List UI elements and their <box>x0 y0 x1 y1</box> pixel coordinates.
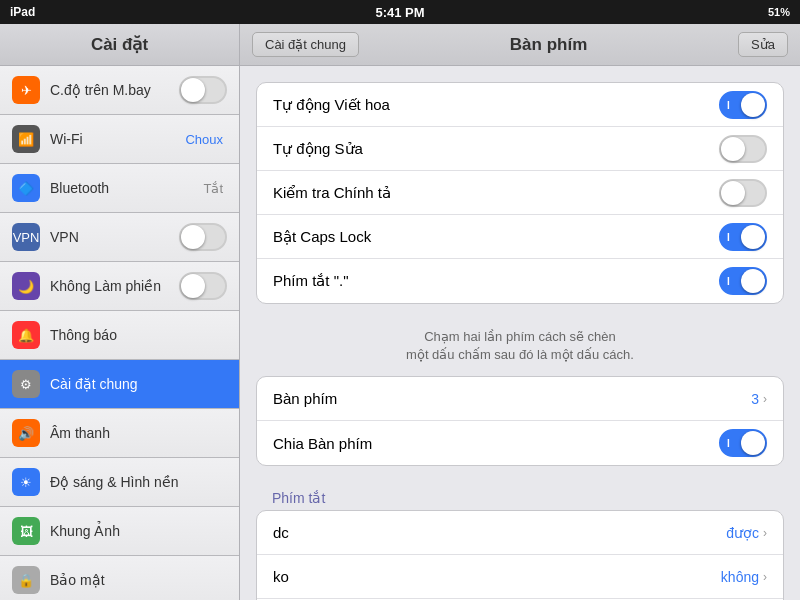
row-toggle[interactable]: I <box>719 91 767 119</box>
settings-groups-container: Tự động Viết hoaITự động SửaIKiểm tra Ch… <box>256 82 784 600</box>
airplane-icon: ✈ <box>12 76 40 104</box>
battery-percent: 51% <box>768 6 790 18</box>
sidebar-item-airplane[interactable]: ✈C.độ trên M.bayI <box>0 66 239 115</box>
row-label: dc <box>273 524 726 541</box>
row-label: Kiểm tra Chính tả <box>273 184 719 202</box>
general-label: Cài đặt chung <box>50 376 227 392</box>
settings-row: Bật Caps LockI <box>257 215 783 259</box>
chevron-right-icon: › <box>763 392 767 406</box>
bluetooth-icon: 🔷 <box>12 174 40 202</box>
row-value: được <box>726 525 759 541</box>
security-icon: 🔒 <box>12 566 40 594</box>
row-label: ko <box>273 568 721 585</box>
row-label: Tự động Viết hoa <box>273 96 719 114</box>
airplane-toggle[interactable]: I <box>179 76 227 104</box>
photo-label: Khung Ảnh <box>50 523 227 539</box>
sidebar-item-security[interactable]: 🔒Bảo mật <box>0 556 239 600</box>
wifi-value: Choux <box>185 132 223 147</box>
sound-icon: 🔊 <box>12 419 40 447</box>
dnd-label: Không Làm phiền <box>50 278 179 294</box>
row-toggle[interactable]: I <box>719 179 767 207</box>
row-toggle[interactable]: I <box>719 223 767 251</box>
sound-label: Âm thanh <box>50 425 227 441</box>
settings-row: Kiểm tra Chính tảI <box>257 171 783 215</box>
row-label: Tự động Sửa <box>273 140 719 158</box>
row-label: Chia Bàn phím <box>273 435 719 452</box>
chevron-right-icon: › <box>763 570 767 584</box>
settings-group-group2: Bàn phím3›Chia Bàn phímI <box>256 376 784 466</box>
wifi-label: Wi-Fi <box>50 131 185 147</box>
vpn-toggle[interactable]: I <box>179 223 227 251</box>
settings-note: Chạm hai lần phím cách sẽ chènmột dấu ch… <box>256 320 784 376</box>
sidebar: Cài đặt ✈C.độ trên M.bayI📶Wi-FiChoux🔷Blu… <box>0 24 240 600</box>
settings-row: Phím tắt "."I <box>257 259 783 303</box>
settings-row: Chia Bàn phímI <box>257 421 783 465</box>
status-bar: iPad 5:41 PM 51% <box>0 0 800 24</box>
sidebar-item-dnd[interactable]: 🌙Không Làm phiềnI <box>0 262 239 311</box>
row-toggle[interactable]: I <box>719 429 767 457</box>
sidebar-item-notifications[interactable]: 🔔Thông báo <box>0 311 239 360</box>
bluetooth-label: Bluetooth <box>50 180 203 196</box>
sidebar-item-photo[interactable]: 🖼Khung Ảnh <box>0 507 239 556</box>
status-right: 51% <box>768 6 790 18</box>
row-label: Bật Caps Lock <box>273 228 719 246</box>
sidebar-header: Cài đặt <box>0 24 239 66</box>
brightness-icon: ☀ <box>12 468 40 496</box>
security-label: Bảo mật <box>50 572 227 588</box>
vpn-label: VPN <box>50 229 179 245</box>
settings-row: Tự động Viết hoaI <box>257 83 783 127</box>
brightness-label: Độ sáng & Hình nền <box>50 474 227 490</box>
settings-row[interactable]: dcđược› <box>257 511 783 555</box>
breadcrumb-button[interactable]: Cài đặt chung <box>252 32 359 57</box>
wifi-icon: 📶 <box>12 125 40 153</box>
sidebar-item-wifi[interactable]: 📶Wi-FiChoux <box>0 115 239 164</box>
main-container: Cài đặt ✈C.độ trên M.bayI📶Wi-FiChoux🔷Blu… <box>0 24 800 600</box>
row-value: 3 <box>751 391 759 407</box>
settings-row[interactable]: kokhông› <box>257 555 783 599</box>
row-label: Bàn phím <box>273 390 751 407</box>
general-icon: ⚙ <box>12 370 40 398</box>
row-toggle[interactable]: I <box>719 267 767 295</box>
settings-group-group3: dcđược›kokhông›ngngười›omwTôi đang đến› <box>256 510 784 600</box>
status-left: iPad <box>10 5 35 19</box>
airplane-label: C.độ trên M.bay <box>50 82 179 98</box>
notifications-label: Thông báo <box>50 327 227 343</box>
edit-button[interactable]: Sửa <box>738 32 788 57</box>
sidebar-item-sound[interactable]: 🔊Âm thanh <box>0 409 239 458</box>
status-time: 5:41 PM <box>375 5 424 20</box>
settings-row: Tự động SửaI <box>257 127 783 171</box>
row-value: không <box>721 569 759 585</box>
bluetooth-value: Tắt <box>203 181 223 196</box>
sidebar-item-vpn[interactable]: VPNVPNI <box>0 213 239 262</box>
settings-group-group1: Tự động Viết hoaITự động SửaIKiểm tra Ch… <box>256 82 784 304</box>
row-label: Phím tắt "." <box>273 272 719 290</box>
settings-row[interactable]: Bàn phím3› <box>257 377 783 421</box>
row-toggle[interactable]: I <box>719 135 767 163</box>
sidebar-item-bluetooth[interactable]: 🔷BluetoothTắt <box>0 164 239 213</box>
chevron-right-icon: › <box>763 526 767 540</box>
vpn-icon: VPN <box>12 223 40 251</box>
sidebar-item-brightness[interactable]: ☀Độ sáng & Hình nền <box>0 458 239 507</box>
section-label: Phím tắt <box>256 482 784 510</box>
content-header: Cài đặt chung Bàn phím Sửa <box>240 24 800 66</box>
device-label: iPad <box>10 5 35 19</box>
photo-icon: 🖼 <box>12 517 40 545</box>
settings-body: Tự động Viết hoaITự động SửaIKiểm tra Ch… <box>240 66 800 600</box>
content-area: Cài đặt chung Bàn phím Sửa Tự động Viết … <box>240 24 800 600</box>
sidebar-items-container: ✈C.độ trên M.bayI📶Wi-FiChoux🔷BluetoothTắ… <box>0 66 239 600</box>
notifications-icon: 🔔 <box>12 321 40 349</box>
sidebar-item-general[interactable]: ⚙Cài đặt chung <box>0 360 239 409</box>
dnd-toggle[interactable]: I <box>179 272 227 300</box>
content-title: Bàn phím <box>369 35 728 55</box>
dnd-icon: 🌙 <box>12 272 40 300</box>
